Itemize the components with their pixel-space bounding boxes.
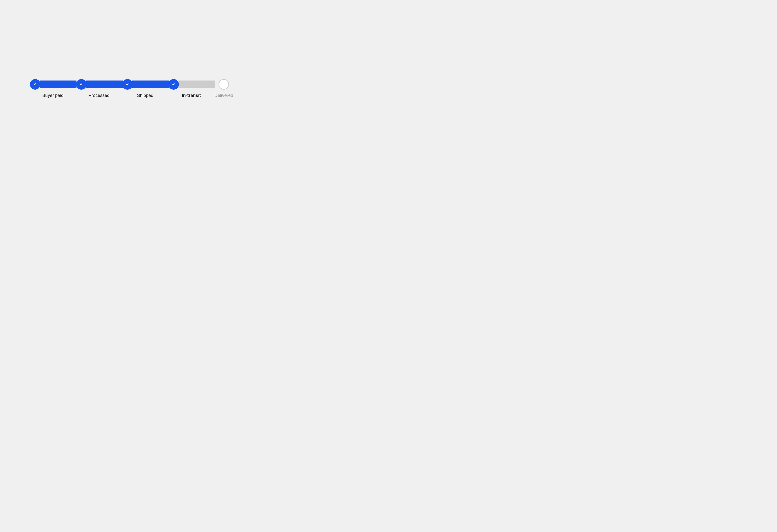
checkmark-icon: ✓ — [126, 82, 129, 87]
step-buyer-paid: ✓ Buyer paid — [30, 79, 76, 98]
step-delivered: Delivered — [215, 79, 233, 98]
step-label-buyer-paid: Buyer paid — [42, 93, 64, 98]
step-circle-in-transit: ✓ — [169, 79, 179, 90]
step-label-in-transit: In-transit — [182, 93, 201, 98]
step-label-processed: Processed — [89, 93, 110, 98]
step-circle-buyer-paid: ✓ — [30, 79, 40, 90]
step-processed: ✓ Processed — [76, 79, 122, 98]
connector-4 — [179, 81, 215, 88]
step-label-shipped: Shipped — [137, 93, 153, 98]
checkmark-icon: ✓ — [33, 82, 37, 87]
stepper: ✓ Buyer paid ✓ Processed ✓ Shipped ✓ — [22, 71, 241, 106]
connector-2 — [86, 81, 123, 88]
checkmark-icon: ✓ — [80, 82, 83, 87]
step-shipped: ✓ Shipped — [122, 79, 169, 98]
step-label-delivered: Delivered — [215, 93, 233, 98]
connector-3 — [132, 81, 169, 88]
step-in-transit: ✓ In-transit — [169, 79, 215, 98]
connector-1 — [40, 81, 77, 88]
checkmark-icon: ✓ — [172, 82, 176, 87]
step-circle-shipped: ✓ — [122, 79, 133, 90]
step-circle-delivered — [219, 79, 229, 90]
step-circle-processed: ✓ — [76, 79, 87, 90]
